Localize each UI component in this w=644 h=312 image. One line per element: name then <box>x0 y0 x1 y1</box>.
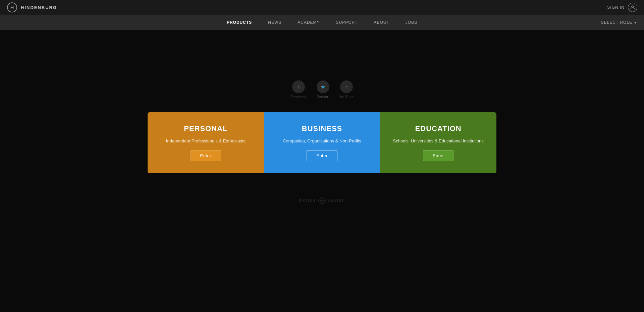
header: H HINDENBURG SIGN IN <box>0 0 644 15</box>
person-icon <box>630 5 635 10</box>
danish-design-badge: DANISH DESIGN <box>299 197 345 204</box>
social-youtube[interactable]: YouTube <box>339 80 354 99</box>
youtube-icon <box>340 80 353 93</box>
nav-item-jobs[interactable]: JOBS <box>397 15 425 30</box>
chevron-down-icon: ▼ <box>634 21 637 24</box>
select-role-dropdown[interactable]: SELECT ROLE ▼ <box>601 15 637 30</box>
business-title: BUSINESS <box>302 124 342 133</box>
logo[interactable]: H HINDENBURG <box>7 2 57 13</box>
nav-item-support[interactable]: SUPPORT <box>328 15 366 30</box>
select-role-label: SELECT ROLE <box>601 20 632 25</box>
logo-text: HINDENBURG <box>21 5 57 10</box>
sign-in-label[interactable]: SIGN IN <box>607 5 625 10</box>
nav-item-about[interactable]: ABOUT <box>366 15 397 30</box>
svg-text:🐦: 🐦 <box>321 85 325 89</box>
facebook-icon: f <box>292 80 305 93</box>
role-card-education: EDUCATION Schools, Universities & Educat… <box>380 112 496 173</box>
danish-design-text-right: DESIGN <box>328 199 345 202</box>
nav-item-academy[interactable]: ACADEMY <box>289 15 328 30</box>
social-icons-bar: f Facebook 🐦 Twitter YouTube <box>290 80 354 99</box>
personal-enter-button[interactable]: Enter <box>191 150 221 161</box>
facebook-label: Facebook <box>290 95 307 99</box>
danish-design-icon <box>318 197 326 204</box>
danish-design-text-left: DANISH <box>299 199 316 202</box>
business-enter-button[interactable]: Enter <box>307 150 337 161</box>
footer-area: DANISH DESIGN <box>299 197 345 204</box>
business-subtitle: Companies, Organisations & Non-Profits <box>283 138 361 143</box>
education-subtitle: Schools, Universities & Educational Inst… <box>393 138 484 143</box>
main-content: f Facebook 🐦 Twitter YouTube <box>0 30 644 204</box>
personal-title: PERSONAL <box>184 124 227 133</box>
social-twitter[interactable]: 🐦 Twitter <box>317 80 329 99</box>
twitter-icon: 🐦 <box>317 80 329 93</box>
hindenburg-logo-icon: H <box>7 2 17 13</box>
nav-item-products[interactable]: PRODUCTS <box>219 15 260 30</box>
youtube-label: YouTube <box>339 95 354 99</box>
svg-point-2 <box>632 6 634 8</box>
nav-item-news[interactable]: NEWS <box>260 15 289 30</box>
user-icon[interactable] <box>628 3 637 12</box>
personal-subtitle: Independent Professionals & Enthusiasts <box>166 138 246 143</box>
role-card-personal: PERSONAL Independent Professionals & Ent… <box>148 112 264 173</box>
svg-text:H: H <box>10 5 14 10</box>
main-nav: PRODUCTS NEWS ACADEMY SUPPORT ABOUT JOBS… <box>0 15 644 30</box>
role-card-business: BUSINESS Companies, Organisations & Non-… <box>264 112 380 173</box>
twitter-label: Twitter <box>317 95 328 99</box>
header-right: SIGN IN <box>607 0 637 15</box>
education-enter-button[interactable]: Enter <box>423 150 454 161</box>
social-facebook[interactable]: f Facebook <box>290 80 307 99</box>
education-title: EDUCATION <box>415 124 462 133</box>
role-cards-container: PERSONAL Independent Professionals & Ent… <box>148 112 496 173</box>
